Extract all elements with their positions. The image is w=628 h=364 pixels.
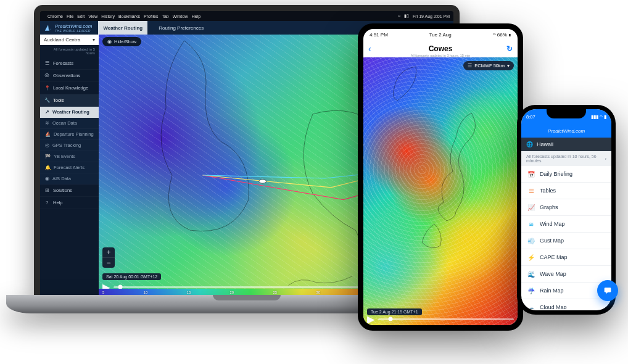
tablet-device: 4:51 PM Tue 2 Aug ⌔ 66% ▮ ‹ Cowes All fo… — [358, 23, 523, 331]
app-brand[interactable]: PredictWind.com THE WORLD LEADER — [44, 23, 92, 33]
mac-menubar: Chrome File Edit View History Bookmarks … — [40, 11, 453, 21]
wifi-icon: ⌔ — [600, 114, 603, 120]
phone-brand-name: PredictWind.com — [548, 128, 585, 134]
layers-icon: ☰ — [468, 63, 472, 68]
globe-icon: 🌐 — [526, 141, 533, 147]
tablet-map[interactable]: ☰ ECMWF 50km ▾ Tue 2 Aug 21:15 GMT+1 ▶ — [363, 57, 518, 325]
menu-cape-map[interactable]: ⚡CAPE Map — [521, 249, 611, 266]
hide-show-toggle[interactable]: ◉ Hide/Show — [102, 37, 141, 46]
menubar-window[interactable]: Window — [173, 14, 188, 19]
menubar-help[interactable]: Help — [192, 14, 200, 19]
menubar-edit[interactable]: Edit — [77, 14, 85, 19]
model-selector-chip[interactable]: ☰ ECMWF 50km ▾ — [463, 61, 514, 70]
menubar-clock[interactable]: Fri 19 Aug 2:01 PM — [413, 14, 450, 19]
battery-icon[interactable]: ▮▯ — [404, 14, 409, 19]
zoom-in-button[interactable]: + — [102, 247, 115, 258]
rain-icon: ☔ — [527, 287, 535, 294]
menubar-tab[interactable]: Tab — [162, 14, 168, 19]
menu-cloud-map[interactable]: ☁Cloud Map — [521, 299, 611, 309]
zoom-out-button[interactable]: − — [102, 258, 115, 268]
chevron-down-icon: ▾ — [93, 37, 95, 43]
menubar-bookmarks[interactable]: Bookmarks — [118, 14, 140, 19]
tablet-time-slider[interactable] — [378, 318, 514, 320]
phone-notch — [547, 109, 586, 118]
laptop-trackpad-notch — [213, 295, 281, 300]
phone-location: Hawaii — [537, 141, 553, 147]
nav-help[interactable]: ?Help — [40, 197, 99, 209]
tablet-play-button[interactable]: ▶ — [367, 315, 374, 323]
status-battery: 66% — [497, 32, 507, 38]
status-time: 4:51 PM — [370, 32, 388, 38]
nav-solutions[interactable]: ⊞Solutions — [40, 184, 99, 197]
svg-rect-1 — [605, 287, 611, 292]
menu-daily-briefing[interactable]: 📅Daily Briefing — [521, 166, 611, 183]
wave-icon: ≋ — [45, 120, 49, 126]
chevron-down-icon: ▾ — [507, 63, 510, 68]
eye-icon: ◉ — [107, 39, 112, 44]
status-date: Tue 2 Aug — [429, 32, 452, 38]
menu-tables[interactable]: ☰Tables — [521, 183, 611, 199]
nav-local-knowledge[interactable]: 📍Local Knowledge — [40, 82, 99, 94]
location-selector[interactable]: Auckland Centra ▾ — [40, 35, 99, 45]
map-timestamp-chip: Sat 20 Aug 00:01 GMT+12 — [102, 273, 161, 280]
menu-gust-map[interactable]: 💨Gust Map — [521, 233, 611, 249]
signal-icon: ▮▮▮ — [591, 114, 598, 120]
tablet-status-bar: 4:51 PM Tue 2 Aug ⌔ 66% ▮ — [363, 29, 518, 40]
menubar-view[interactable]: View — [88, 14, 97, 19]
brand-tagline: THE WORLD LEADER — [55, 29, 92, 33]
svg-point-0 — [259, 180, 266, 183]
boat-icon: ⛵ — [45, 131, 51, 137]
brand-sail-icon — [44, 24, 52, 31]
gust-icon: 💨 — [527, 237, 535, 244]
phone-status-time: 8:07 — [526, 114, 535, 120]
menu-wind-map[interactable]: ≋Wind Map — [521, 216, 611, 233]
sub-ocean-data[interactable]: ≋Ocean Data — [40, 118, 99, 129]
mac-menubar-right: ⌔ ▮▯ Fri 19 Aug 2:01 PM — [398, 14, 450, 19]
observations-icon: ⦿ — [44, 73, 50, 78]
tablet-screen: 4:51 PM Tue 2 Aug ⌔ 66% ▮ ‹ Cowes All fo… — [363, 29, 518, 325]
radar-icon: ◉ — [45, 176, 49, 181]
forecast-icon: ☰ — [44, 60, 50, 66]
sub-departure-planning[interactable]: ⛵Departure Planning — [40, 129, 99, 140]
wind-icon: ≋ — [527, 220, 535, 228]
wave-icon: 🌊 — [527, 270, 535, 278]
nav-observations[interactable]: ⦿Observations — [40, 70, 99, 82]
table-icon: ☰ — [527, 187, 535, 194]
tablet-slider-thumb[interactable] — [388, 317, 392, 321]
trophy-icon: 🏁 — [45, 154, 51, 159]
reload-button[interactable]: ↻ — [506, 44, 513, 53]
battery-icon: ▮ — [604, 114, 606, 120]
phone-update-row[interactable]: All forecasts updated in 10 hours, 56 mi… — [521, 151, 611, 166]
menubar-file[interactable]: File — [67, 14, 73, 19]
mac-menubar-left: Chrome File Edit View History Bookmarks … — [44, 14, 200, 19]
back-button[interactable]: ‹ — [368, 44, 371, 54]
menu-wave-map[interactable]: 🌊Wave Map — [521, 266, 611, 283]
zoom-control: + − — [102, 247, 115, 268]
location-name: Auckland Centra — [44, 37, 80, 43]
nav-forecasts[interactable]: ☰Forecasts — [40, 57, 99, 70]
phone-location-bar[interactable]: 🌐 Hawaii — [521, 138, 611, 151]
menubar-profiles[interactable]: Profiles — [144, 14, 158, 19]
sub-gps-tracking[interactable]: ◎GPS Tracking — [40, 140, 99, 151]
menubar-app[interactable]: Chrome — [48, 14, 63, 19]
menu-graphs[interactable]: 📈Graphs — [521, 199, 611, 216]
sub-yb-events[interactable]: 🏁YB Events — [40, 151, 99, 162]
tablet-playbar: ▶ — [367, 315, 514, 323]
tablet-header: ‹ Cowes All forecasts updated in 3 hours… — [363, 40, 518, 57]
sub-forecast-alerts[interactable]: 🔔Forecast Alerts — [40, 162, 99, 173]
phone-screen: 8:07 ▮▮▮ ⌔ ▮ PredictWind.com 🌐 Hawaii Al… — [521, 109, 611, 310]
tab-routing-preferences[interactable]: Routing Preferences — [154, 21, 209, 35]
tab-weather-routing[interactable]: Weather Routing — [98, 21, 147, 35]
chat-icon — [603, 286, 613, 296]
phone-device: 8:07 ▮▮▮ ⌔ ▮ PredictWind.com 🌐 Hawaii Al… — [517, 105, 616, 315]
puzzle-icon: ⊞ — [44, 188, 50, 193]
sub-ais-data[interactable]: ◉AIS Data — [40, 173, 99, 184]
wrench-icon: 🔧 — [44, 97, 50, 103]
nav-tools[interactable]: 🔧Tools — [40, 94, 99, 107]
chat-fab-button[interactable] — [597, 280, 618, 301]
sidebar: Auckland Centra ▾ All forecasts updated … — [40, 35, 99, 295]
pin-icon: 📍 — [44, 85, 50, 91]
wifi-icon[interactable]: ⌔ — [398, 14, 400, 19]
menubar-history[interactable]: History — [101, 14, 115, 19]
sub-weather-routing[interactable]: ↗Weather Routing — [40, 107, 99, 118]
